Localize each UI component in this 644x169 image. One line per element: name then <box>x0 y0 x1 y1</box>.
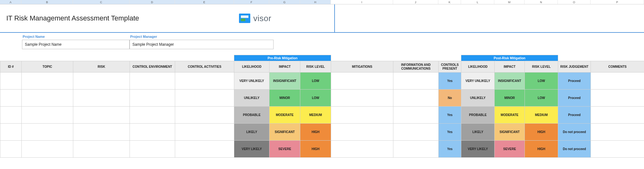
hdr-impact2[interactable]: IMPACT <box>495 61 525 73</box>
cell-mitig[interactable] <box>331 107 393 124</box>
cell-likelihood2[interactable]: VERY UNLIKELY <box>461 73 495 90</box>
cell-topic[interactable] <box>22 90 73 107</box>
cell-likelihood[interactable]: LIKELY <box>234 124 269 141</box>
col-letter[interactable]: N <box>525 0 558 4</box>
cell-ctrlact[interactable] <box>175 90 234 107</box>
cell-risklevel[interactable]: HIGH <box>300 124 331 141</box>
cell-ctrlenv[interactable] <box>130 73 175 90</box>
hdr-ctrlact[interactable]: CONTROL ACTIVITIES <box>175 61 234 73</box>
cell-id[interactable] <box>0 73 22 90</box>
cell-rjudge[interactable]: Proceed <box>558 73 591 90</box>
col-letter[interactable]: K <box>438 0 461 4</box>
col-letter[interactable]: G <box>269 0 300 4</box>
cell-risk[interactable] <box>73 107 130 124</box>
cell-impact[interactable]: MINOR <box>269 90 300 107</box>
hdr-rjudge[interactable]: RISK JUDGEMENT <box>558 61 591 73</box>
cell-mitig[interactable] <box>331 90 393 107</box>
cell-impact2[interactable]: MINOR <box>495 90 525 107</box>
cell-impact[interactable]: MODERATE <box>269 107 300 124</box>
cell-likelihood2[interactable]: PROBABLE <box>461 107 495 124</box>
cell-ctrlenv[interactable] <box>130 90 175 107</box>
hdr-info[interactable]: INFORMATION AND COMMUNICATIONS <box>393 61 439 73</box>
col-letter[interactable]: J <box>393 0 438 4</box>
cell-ctrlp[interactable]: No <box>439 90 461 107</box>
title-cell[interactable]: IT Risk Management Assessment Template v… <box>0 4 335 32</box>
col-letter[interactable]: P <box>591 0 644 4</box>
cell-comments[interactable] <box>591 73 644 90</box>
cell-impact2[interactable]: INSIGNIFICANT <box>495 73 525 90</box>
project-name-input[interactable] <box>22 40 130 49</box>
col-letter[interactable]: H <box>300 0 331 4</box>
cell-risklevel2[interactable]: HIGH <box>525 141 558 158</box>
cell-risklevel[interactable]: LOW <box>300 73 331 90</box>
col-letter[interactable]: E <box>175 0 234 4</box>
cell-topic[interactable] <box>22 141 73 158</box>
cell-rjudge[interactable]: Do not proceed <box>558 124 591 141</box>
cell-mitig[interactable] <box>331 124 393 141</box>
cell-ctrlp[interactable]: Yes <box>439 73 461 90</box>
cell-info[interactable] <box>393 90 439 107</box>
cell-risklevel2[interactable]: MEDIUM <box>525 107 558 124</box>
hdr-risklevel2[interactable]: RISK LEVEL <box>525 61 558 73</box>
cell-likelihood2[interactable]: LIKELY <box>461 124 495 141</box>
cell-impact2[interactable]: MODERATE <box>495 107 525 124</box>
cell-ctrlenv[interactable] <box>130 124 175 141</box>
cell-ctrlact[interactable] <box>175 107 234 124</box>
col-letter[interactable]: D <box>130 0 175 4</box>
col-letter[interactable]: L <box>461 0 494 4</box>
col-letter[interactable]: B <box>21 0 73 4</box>
cell-likelihood[interactable]: PROBABLE <box>234 107 269 124</box>
hdr-risklevel[interactable]: RISK LEVEL <box>300 61 331 73</box>
cell-comments[interactable] <box>591 90 644 107</box>
cell-info[interactable] <box>393 73 439 90</box>
hdr-likelihood[interactable]: LIKELIHOOD <box>234 61 269 73</box>
cell-ctrlact[interactable] <box>175 141 234 158</box>
cell-topic[interactable] <box>22 73 73 90</box>
cell-ctrlact[interactable] <box>175 73 234 90</box>
col-letter[interactable]: I <box>331 0 393 4</box>
hdr-ctrlenv[interactable]: CONTROL ENVIRONMENT <box>130 61 175 73</box>
cell-rjudge[interactable]: Proceed <box>558 107 591 124</box>
hdr-impact[interactable]: IMPACT <box>269 61 300 73</box>
cell-ctrlp[interactable]: Yes <box>439 141 461 158</box>
cell-risklevel[interactable]: HIGH <box>300 141 331 158</box>
cell-risklevel[interactable]: MEDIUM <box>300 107 331 124</box>
cell-id[interactable] <box>0 90 22 107</box>
cell-ctrlenv[interactable] <box>130 107 175 124</box>
cell-mitig[interactable] <box>331 73 393 90</box>
col-letter[interactable]: M <box>494 0 525 4</box>
cell-risk[interactable] <box>73 73 130 90</box>
cell-impact2[interactable]: SEVERE <box>495 141 525 158</box>
cell-likelihood[interactable]: UNLIKELY <box>234 90 269 107</box>
hdr-risk[interactable]: RISK <box>73 61 130 73</box>
cell-comments[interactable] <box>591 124 644 141</box>
cell-mitig[interactable] <box>331 141 393 158</box>
cell-impact2[interactable]: SIGNIFICANT <box>495 124 525 141</box>
cell-risklevel[interactable]: LOW <box>300 90 331 107</box>
cell-likelihood2[interactable]: VERY LIKELY <box>461 141 495 158</box>
hdr-likelihood2[interactable]: LIKELIHOOD <box>461 61 495 73</box>
col-letter[interactable]: A <box>0 0 21 4</box>
cell-risklevel2[interactable]: LOW <box>525 90 558 107</box>
cell-ctrlenv[interactable] <box>130 141 175 158</box>
hdr-mitig[interactable]: MITIGATIONS <box>331 61 393 73</box>
hdr-ctrlp[interactable]: CONTROLS PRESENT <box>439 61 461 73</box>
cell-ctrlp[interactable]: Yes <box>439 124 461 141</box>
cell-risk[interactable] <box>73 141 130 158</box>
cell-info[interactable] <box>393 107 439 124</box>
cell-impact[interactable]: INSIGNIFICANT <box>269 73 300 90</box>
cell-likelihood[interactable]: VERY LIKELY <box>234 141 269 158</box>
cell-id[interactable] <box>0 124 22 141</box>
hdr-comments[interactable]: COMMENTS <box>591 61 644 73</box>
cell-likelihood[interactable]: VERY UNLIKELY <box>234 73 269 90</box>
cell-comments[interactable] <box>591 141 644 158</box>
hdr-topic[interactable]: TOPIC <box>22 61 73 73</box>
cell-risk[interactable] <box>73 124 130 141</box>
cell-risklevel2[interactable]: LOW <box>525 73 558 90</box>
cell-impact[interactable]: SIGNIFICANT <box>269 124 300 141</box>
cell-rjudge[interactable]: Do not proceed <box>558 141 591 158</box>
cell-info[interactable] <box>393 141 439 158</box>
col-letter[interactable]: C <box>73 0 130 4</box>
cell-likelihood2[interactable]: UNLIKELY <box>461 90 495 107</box>
cell-ctrlact[interactable] <box>175 124 234 141</box>
